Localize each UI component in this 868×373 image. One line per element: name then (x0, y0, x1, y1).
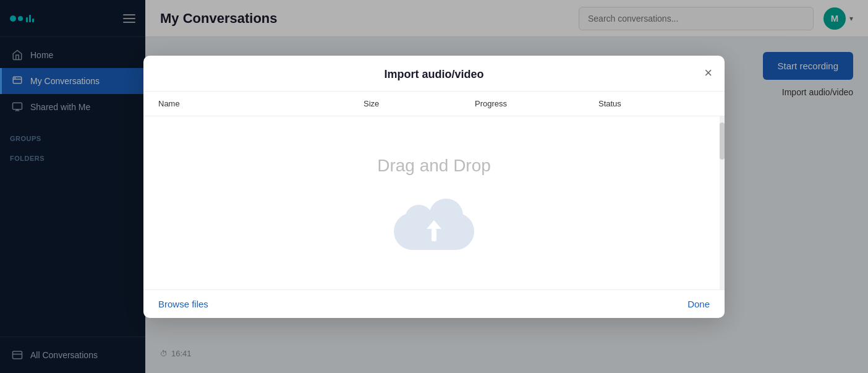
main-content: My Conversations M ▾ ⏱ 16:41 Start recor… (145, 0, 868, 373)
col-header-name: Name (158, 99, 364, 108)
done-button[interactable]: Done (687, 299, 710, 309)
modal-body[interactable]: Drag and Drop (145, 116, 725, 289)
upload-icon (394, 194, 474, 250)
col-header-size: Size (364, 99, 475, 108)
scrollbar-thumb[interactable] (720, 122, 725, 160)
drag-drop-text: Drag and Drop (377, 156, 491, 176)
browse-files-button[interactable]: Browse files (158, 299, 208, 309)
modal-close-button[interactable]: × (704, 66, 712, 80)
modal-header: Import audio/video × (145, 56, 725, 92)
modal-table-header: Name Size Progress Status (145, 92, 725, 116)
col-header-actions (697, 99, 710, 108)
col-header-progress: Progress (475, 99, 598, 108)
col-header-status: Status (598, 99, 697, 108)
modal-title: Import audio/video (384, 68, 483, 81)
modal-overlay: Import audio/video × Name Size Progress … (145, 0, 868, 373)
scrollbar-track[interactable] (720, 116, 725, 289)
import-modal: Import audio/video × Name Size Progress … (145, 56, 725, 318)
cloud-upload-icon (394, 194, 474, 250)
modal-footer: Browse files Done (145, 289, 725, 318)
